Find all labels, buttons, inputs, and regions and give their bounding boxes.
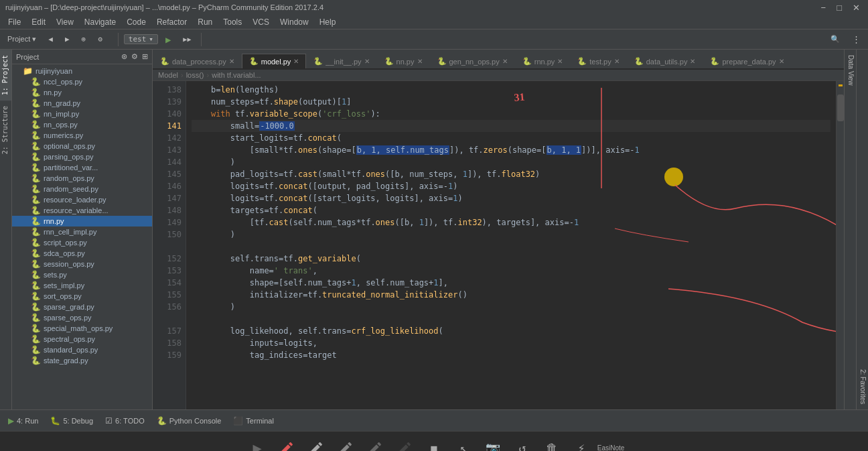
drawing-tool-pen-5[interactable] xyxy=(392,436,417,452)
drawing-tool-easinote[interactable]: EasiNote xyxy=(599,436,623,452)
tree-item-optional[interactable]: 🐍 optional_ops.py xyxy=(12,141,152,151)
tree-item-sparse-g[interactable]: 🐍 sparse_grad.py xyxy=(12,302,152,312)
menu-code[interactable]: Code xyxy=(121,16,151,28)
close-button[interactable]: ✕ xyxy=(850,3,863,13)
project-gear-icon[interactable]: ⚙ xyxy=(131,52,138,61)
tree-item-sets[interactable]: 🐍 sets.py xyxy=(12,269,152,280)
tree-item-nn-impl[interactable]: 🐍 nn_impl.py xyxy=(12,109,152,119)
right-tab-dataview[interactable]: Data View xyxy=(845,50,856,90)
menu-navigate[interactable]: Navigate xyxy=(79,16,121,28)
tree-item-root[interactable]: 📁 ruijinyiyuan xyxy=(12,66,152,76)
project-sync-icon[interactable]: ⊛ xyxy=(121,52,127,61)
tree-item-standard[interactable]: 🐍 standard_ops.py xyxy=(12,344,152,355)
tab-test[interactable]: 🐍 test.py ✕ xyxy=(570,54,626,68)
tree-item-nn[interactable]: 🐍 nn.py xyxy=(12,87,152,98)
tree-item-resource[interactable]: 🐍 resource_loader.py xyxy=(12,194,152,205)
drawing-tool-bolt[interactable]: ⚡ xyxy=(569,436,593,452)
drawing-tool-pen-2[interactable] xyxy=(304,436,328,452)
tab-model[interactable]: 🐍 model.py ✕ xyxy=(242,54,307,68)
coverage-button[interactable]: ▶▶ xyxy=(178,34,196,45)
menu-run[interactable]: Run xyxy=(192,16,218,28)
project-dropdown[interactable]: Project ▾ xyxy=(3,33,41,46)
menu-help[interactable]: Help xyxy=(314,16,342,28)
scrollbar-right[interactable] xyxy=(836,81,844,409)
drawing-tool-camera[interactable]: 📷 xyxy=(481,436,505,452)
drawing-tool-pen-3[interactable] xyxy=(334,436,358,452)
tab-close-nn[interactable]: ✕ xyxy=(417,58,423,65)
tree-item-partitioned[interactable]: 🐍 partitioned_var... xyxy=(12,162,152,173)
code-content[interactable]: 💡 b=len(lengths) num_steps=tf.shape(outp… xyxy=(186,81,836,409)
tree-item-sparse-o[interactable]: 🐍 sparse_ops.py xyxy=(12,312,152,323)
drawing-tool-select-cursor[interactable]: ↖ xyxy=(451,436,476,452)
bc-loss[interactable]: loss() xyxy=(186,71,204,79)
tree-item-resource-var[interactable]: 🐍 resource_variable... xyxy=(12,205,152,216)
tab-close-gen-nn[interactable]: ✕ xyxy=(502,58,508,65)
drawing-tool-undo[interactable]: ↺ xyxy=(510,436,534,452)
menu-edit[interactable]: Edit xyxy=(26,16,51,28)
project-expand-icon[interactable]: ⊞ xyxy=(142,52,148,61)
bottom-tab-python-console[interactable]: 🐍 Python Console xyxy=(151,414,227,428)
left-tab-project[interactable]: 1: Project xyxy=(0,50,11,101)
run-config[interactable]: test ▾ xyxy=(124,34,158,44)
tab-prepare-data[interactable]: 🐍 prepare_data.py ✕ xyxy=(703,54,791,68)
scroll-thumb[interactable] xyxy=(837,94,844,121)
tree-item-spectral[interactable]: 🐍 spectral_ops.py xyxy=(12,334,152,344)
tab-close-prepare-data[interactable]: ✕ xyxy=(779,58,784,65)
menu-vcs[interactable]: VCS xyxy=(247,16,275,28)
menu-view[interactable]: View xyxy=(51,16,79,28)
tab-close-init[interactable]: ✕ xyxy=(364,58,370,65)
toolbar-nav-back[interactable]: ◀ xyxy=(44,33,58,46)
tree-item-sort[interactable]: 🐍 sort_ops.py xyxy=(12,291,152,302)
drawing-tool-eraser[interactable]: ◼ xyxy=(422,436,446,452)
drawing-tool-pen-4[interactable] xyxy=(363,436,387,452)
tree-item-rnn[interactable]: 🐍 rnn.py xyxy=(12,216,152,227)
tab-init[interactable]: 🐍 __init__.py ✕ xyxy=(306,54,376,68)
drawing-tool-trash[interactable]: 🗑 xyxy=(540,436,564,452)
menu-tools[interactable]: Tools xyxy=(218,16,247,28)
tab-close-test[interactable]: ✕ xyxy=(614,58,620,65)
bottom-tab-terminal[interactable]: ⬛ Terminal xyxy=(228,414,279,428)
tree-item-nccl[interactable]: 🐍 nccl_ops.py xyxy=(12,76,152,87)
bottom-tab-run[interactable]: ▶ 4: Run xyxy=(3,414,44,428)
menu-file[interactable]: File xyxy=(3,16,26,28)
tree-item-nn-ops[interactable]: 🐍 nn_ops.py xyxy=(12,119,152,130)
tab-close-data-utils[interactable]: ✕ xyxy=(690,58,695,65)
toolbar-nav-forward[interactable]: ▶ xyxy=(60,33,74,46)
toolbar-add[interactable]: ⊕ xyxy=(77,33,91,46)
tree-item-session[interactable]: 🐍 session_ops.py xyxy=(12,259,152,269)
tree-item-nn-grad[interactable]: 🐍 nn_grad.py xyxy=(12,98,152,109)
tree-item-random[interactable]: 🐍 random_ops.py xyxy=(12,173,152,184)
drawing-tool-pointer[interactable]: ▶ xyxy=(245,436,269,452)
tab-data-utils[interactable]: 🐍 data_utils.py ✕ xyxy=(627,54,703,68)
tree-item-sdca[interactable]: 🐍 sdca_ops.py xyxy=(12,248,152,259)
tree-item-random-seed[interactable]: 🐍 random_seed.py xyxy=(12,184,152,194)
tree-item-numerics[interactable]: 🐍 numerics.py xyxy=(12,130,152,141)
menu-refactor[interactable]: Refactor xyxy=(151,16,192,28)
tab-data-process[interactable]: 🐍 data_process.py ✕ xyxy=(153,54,242,68)
bottom-tab-todo[interactable]: ☑ 6: TODO xyxy=(100,414,150,428)
tab-close-model[interactable]: ✕ xyxy=(293,58,299,65)
bc-with[interactable]: with tf.variabl... xyxy=(212,71,261,79)
code-editor[interactable]: 138 139 140 141 142 143 144 145 146 147 … xyxy=(153,81,844,409)
tree-item-rnn-cell[interactable]: 🐍 rnn_cell_impl.py xyxy=(12,227,152,237)
tree-item-special[interactable]: 🐍 special_math_ops.py xyxy=(12,323,152,334)
tree-item-parsing[interactable]: 🐍 parsing_ops.py xyxy=(12,151,152,162)
menu-window[interactable]: Window xyxy=(275,16,314,28)
run-button[interactable]: ▶ xyxy=(161,32,175,47)
fav-tab-favorites[interactable]: 2: Favorites xyxy=(857,364,868,409)
drawing-tool-pen-red[interactable] xyxy=(275,436,299,452)
tab-nn[interactable]: 🐍 nn.py ✕ xyxy=(377,54,430,68)
tab-close-data-process[interactable]: ✕ xyxy=(229,58,234,65)
left-tab-structure[interactable]: 2: Structure xyxy=(0,101,11,159)
maximize-button[interactable]: □ xyxy=(834,3,845,13)
tree-item-script[interactable]: 🐍 script_ops.py xyxy=(12,237,152,248)
tree-item-state[interactable]: 🐍 state_grad.py xyxy=(12,355,152,366)
minimize-button[interactable]: − xyxy=(818,3,829,13)
toolbar-settings[interactable]: ⚙ xyxy=(93,33,107,46)
tab-close-rnn[interactable]: ✕ xyxy=(557,58,563,65)
tree-item-sets-impl[interactable]: 🐍 sets_impl.py xyxy=(12,280,152,291)
settings-gear-button[interactable]: ⋮ xyxy=(847,32,865,46)
tab-rnn[interactable]: 🐍 rnn.py ✕ xyxy=(515,54,571,68)
bc-model[interactable]: Model xyxy=(158,71,178,79)
bottom-tab-debug[interactable]: 🐛 5: Debug xyxy=(45,414,98,428)
